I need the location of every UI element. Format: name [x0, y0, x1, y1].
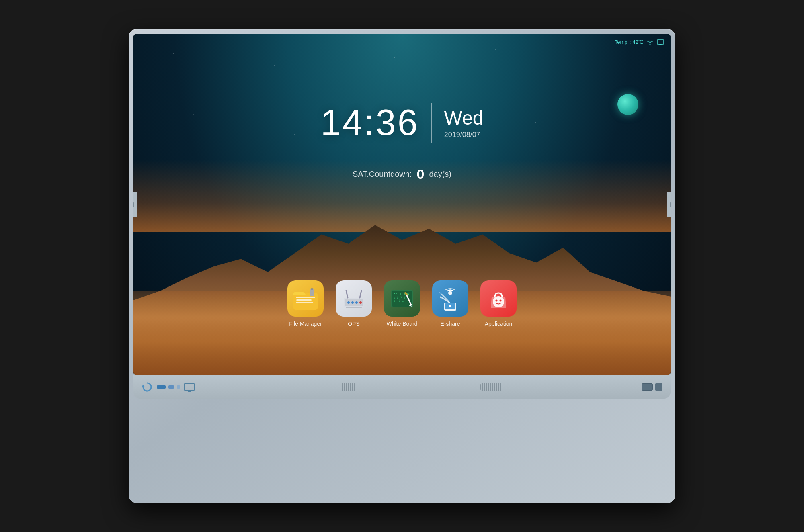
- clock-date: 2019/08/07: [444, 131, 484, 139]
- app-file-manager[interactable]: File Manager: [287, 280, 324, 327]
- clock-area: 14:36 Wed 2019/08/07: [320, 102, 483, 143]
- svg-rect-2: [670, 202, 671, 207]
- svg-line-25: [405, 293, 407, 295]
- side-handle-right[interactable]: [667, 192, 671, 217]
- eshare-icon-container: [432, 280, 468, 317]
- svg-line-11: [346, 291, 348, 298]
- ops-icon: [336, 280, 372, 317]
- svg-rect-3: [293, 293, 318, 310]
- svg-line-12: [360, 291, 361, 298]
- temperature-text: Temp：42℃: [615, 39, 643, 46]
- svg-point-29: [448, 291, 452, 295]
- svg-rect-4: [296, 297, 315, 298]
- eshare-label: E-share: [440, 321, 460, 327]
- usb-port: [655, 383, 662, 391]
- svg-rect-6: [296, 302, 313, 303]
- svg-point-14: [351, 301, 354, 304]
- file-manager-label: File Manager: [289, 321, 322, 327]
- svg-rect-1: [133, 202, 134, 207]
- clock-day: Wed: [444, 107, 484, 129]
- hdmi-port: [642, 383, 653, 391]
- speaker-right: [480, 383, 517, 391]
- clock-time: 14:36: [320, 102, 419, 143]
- app-eshare[interactable]: E-share: [432, 280, 468, 327]
- svg-rect-5: [296, 299, 312, 301]
- clock-divider: [431, 103, 432, 143]
- svg-rect-17: [346, 307, 362, 308]
- apps-area: File Manager: [287, 280, 517, 327]
- svg-point-28: [449, 305, 451, 307]
- bottom-bar: [133, 375, 671, 399]
- speaker-left: [320, 383, 356, 391]
- floating-orb[interactable]: [617, 94, 638, 115]
- countdown-unit: day(s): [429, 170, 451, 179]
- wifi-icon: [646, 39, 654, 45]
- svg-point-16: [359, 301, 362, 304]
- app-ops[interactable]: OPS: [336, 280, 372, 327]
- svg-rect-7: [310, 289, 314, 296]
- usb-group: [157, 385, 180, 389]
- application-label: Application: [485, 321, 513, 327]
- countdown-number: 0: [417, 166, 425, 182]
- side-handle-left[interactable]: [133, 192, 137, 217]
- app-application[interactable]: Application: [480, 280, 517, 327]
- bottom-left-controls: [142, 381, 195, 393]
- status-bar: Temp：42℃: [615, 39, 664, 46]
- svg-point-31: [496, 299, 498, 301]
- svg-point-30: [493, 296, 504, 307]
- monitor: Temp：42℃: [129, 29, 675, 503]
- svg-rect-0: [657, 40, 664, 44]
- bottom-screen-icon[interactable]: [184, 383, 195, 391]
- countdown-label: SAT.Countdown:: [353, 170, 412, 179]
- svg-text::. 8 1: :. 8 1: [394, 299, 404, 303]
- clock-date-area: Wed 2019/08/07: [444, 107, 484, 139]
- svg-marker-33: [142, 385, 145, 387]
- application-icon-container: [480, 280, 517, 317]
- svg-point-32: [500, 299, 502, 301]
- display-icon: [657, 39, 664, 45]
- bottom-right-controls: [642, 383, 662, 391]
- svg-rect-8: [311, 288, 313, 290]
- app-whiteboard[interactable]: :: 4 3 6 : 5 7 2 :. 8 1 White Board: [384, 280, 420, 327]
- whiteboard-label: White Board: [386, 321, 417, 327]
- file-manager-icon: [287, 280, 324, 317]
- screen: Temp：42℃: [133, 34, 671, 375]
- screen-bezel: Temp：42℃: [133, 34, 671, 375]
- countdown-area: SAT.Countdown: 0 day(s): [353, 166, 451, 182]
- refresh-icon[interactable]: [142, 381, 153, 393]
- whiteboard-icon-container: :: 4 3 6 : 5 7 2 :. 8 1: [384, 280, 420, 317]
- svg-text:: 5 7 2: : 5 7 2: [394, 296, 406, 299]
- ops-label: OPS: [348, 321, 360, 327]
- svg-point-15: [355, 301, 358, 304]
- svg-point-13: [347, 301, 350, 304]
